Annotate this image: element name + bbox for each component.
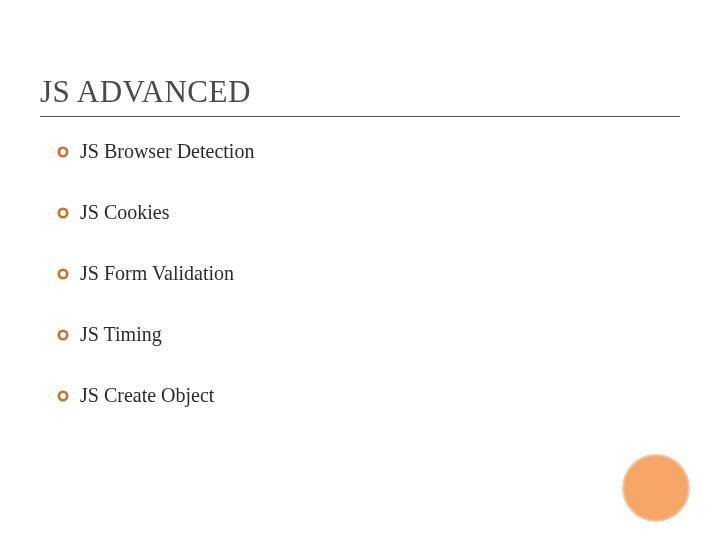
list-item: JS Create Object [56, 384, 656, 407]
slide: JS ADVANCED JS Browser Detection JS Cook… [0, 0, 720, 540]
svg-point-2 [59, 269, 67, 277]
list-item-label: JS Cookies [80, 201, 169, 224]
svg-point-3 [59, 330, 67, 338]
list-item-label: JS Create Object [80, 384, 214, 407]
bullet-list: JS Browser Detection JS Cookies JS Form … [56, 140, 656, 445]
list-item: JS Form Validation [56, 262, 656, 285]
list-item: JS Cookies [56, 201, 656, 224]
list-item-label: JS Timing [80, 323, 162, 346]
donut-bullet-icon [56, 145, 70, 159]
donut-bullet-icon [56, 267, 70, 281]
list-item: JS Timing [56, 323, 656, 346]
decorative-circle [622, 454, 690, 522]
list-item-label: JS Form Validation [80, 262, 234, 285]
list-item-label: JS Browser Detection [80, 140, 254, 163]
title-underline [40, 116, 680, 117]
svg-point-1 [59, 208, 67, 216]
svg-point-4 [59, 391, 67, 399]
donut-bullet-icon [56, 389, 70, 403]
list-item: JS Browser Detection [56, 140, 656, 163]
svg-point-0 [59, 147, 67, 155]
slide-title: JS ADVANCED [40, 74, 251, 110]
donut-bullet-icon [56, 328, 70, 342]
donut-bullet-icon [56, 206, 70, 220]
